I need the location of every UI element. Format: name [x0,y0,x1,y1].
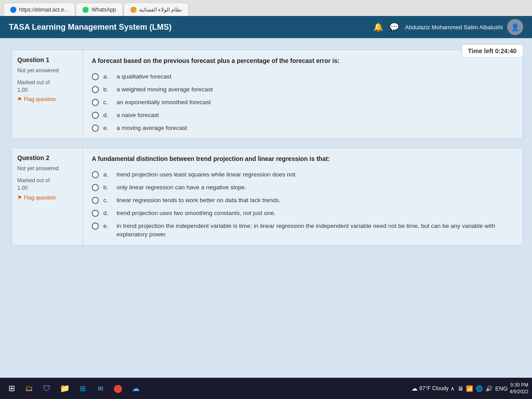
q2-option-d-text: trend projection uses two smoothing cons… [117,209,276,218]
radio-q1-e[interactable] [92,125,99,132]
q2-option-e-text: in trend projection the independent vari… [117,222,514,239]
question-1-option-e[interactable]: e. a moving average forecast [92,124,514,133]
questions-container: Question 1 Not yet answered Marked out o… [12,50,523,246]
question-1-option-d[interactable]: d. a naive forecast [92,111,514,120]
taskbar-mail-app[interactable]: ✉ [92,380,108,396]
radio-q1-b[interactable] [92,86,99,93]
tray-lang[interactable]: ENG [495,385,508,392]
radio-q2-a[interactable] [92,171,99,178]
question-1-option-c[interactable]: c. an exponentially smoothed forecast [92,98,514,107]
question-2-marked-value: 1.00 [17,185,27,191]
option-a-text: a qualitative forecast [117,73,172,81]
taskbar-cloud[interactable]: ☁ [128,380,144,396]
question-1-sidebar: Question 1 Not yet answered Marked out o… [12,50,83,138]
q2-option-d-label: d. [103,209,112,218]
weather-display: ☁ 87°F Cloudy [411,385,449,392]
radio-q1-d[interactable] [92,112,99,119]
chat-icon[interactable]: 💬 [389,22,399,32]
option-b-label: b. [103,86,112,94]
question-1-flag[interactable]: ⚑ Flag question [17,96,77,102]
start-button[interactable]: ⊞ [4,380,20,396]
taskbar-folder-app[interactable]: 📁 [57,380,73,396]
question-1-number: Question 1 [17,56,77,63]
question-2-option-d[interactable]: d. trend projection uses two smoothing c… [92,209,514,218]
tray-network[interactable]: 📶 [466,385,473,392]
taskbar-shield-app[interactable]: 🛡 [39,380,55,396]
radio-q1-a[interactable] [92,73,99,80]
q2-option-a-text: trend projection uses least squares whil… [117,171,297,179]
etimad-tab-icon [10,7,16,13]
radio-q2-c[interactable] [92,197,99,204]
question-2-text: A fundamental distinction between trend … [92,154,514,164]
taskbar: ⊞ 🗂 🛡 📁 ⊞ ✉ ⬤ ☁ ☁ 87°F Cloudy ∧ 🖥 📶 🌐 🔊 … [0,378,532,399]
q2-option-c-label: c. [103,196,112,205]
tab-whatsapp[interactable]: WhatsApp [76,3,122,16]
question-2-status: Not yet answered [17,165,77,172]
app-header: TASA Learning Management System (LMS) 🔔 … [0,16,532,38]
radio-q2-d[interactable] [92,210,99,217]
question-2-option-c[interactable]: c. linear regression tends to work bette… [92,196,514,205]
app-title: TASA Learning Management System (LMS) [9,23,172,32]
timer-label: Time left 0:24:40 [468,47,516,55]
question-1-option-a[interactable]: a. a qualitative forecast [92,73,514,81]
question-1-marked-value: 1.00 [17,87,27,93]
arabic-tab-icon [130,7,137,13]
taskbar-datetime[interactable]: 9:30 PM 4/9/2022 [509,382,528,395]
flag-icon-2: ⚑ [17,195,22,201]
weather-text: 87°F Cloudy [419,385,449,391]
bell-icon[interactable]: 🔔 [373,22,383,32]
tray-volume[interactable]: 🔊 [485,385,493,392]
tab-whatsapp-label: WhatsApp [91,7,116,13]
option-e-text: a moving average forecast [117,124,187,133]
option-b-text: a weighted moving average forecast [117,86,213,94]
user-avatar: 👤 [507,19,523,35]
radio-q2-b[interactable] [92,184,99,191]
question-2-options: a. trend projection uses least squares w… [92,171,514,239]
tray-wifi[interactable]: 🌐 [476,385,483,392]
tab-arabic[interactable]: نظام الولاء القضائية [124,3,189,16]
question-block-1: Question 1 Not yet answered Marked out o… [12,50,523,139]
question-2-flag[interactable]: ⚑ Flag question [17,195,77,201]
question-2-option-a[interactable]: a. trend projection uses least squares w… [92,171,514,179]
tab-etimad[interactable]: https://etimad.act.e... [4,3,75,16]
timer-box: Time left 0:24:40 [462,44,523,58]
tray-chevron[interactable]: ∧ [450,385,455,392]
question-1-marked-out: Marked out of 1.00 [17,79,77,94]
header-right: 🔔 💬 Abdulaziz Mohammed Salim Albalushi 👤 [373,19,523,35]
tray-notification[interactable]: 🖥 [458,385,463,392]
question-1-options: a. a qualitative forecast b. a weighted … [92,73,514,132]
question-1-body: A forecast based on the previous forecas… [83,50,523,138]
question-2-sidebar: Question 2 Not yet answered Marked out o… [12,148,83,245]
user-info: Abdulaziz Mohammed Salim Albalushi 👤 [405,19,523,35]
question-1-flag-label: Flag question [24,96,56,102]
browser-tabs: https://etimad.act.e... WhatsApp نظام ال… [0,0,532,16]
option-c-label: c. [103,98,112,107]
flag-icon-1: ⚑ [17,96,22,102]
taskbar-grid-app[interactable]: ⊞ [74,380,90,396]
q2-option-c-text: linear regression tends to work better o… [117,196,281,205]
question-2-option-b[interactable]: b. only linear regression can have a neg… [92,184,514,192]
question-2-number: Question 2 [17,154,77,161]
option-e-label: e. [103,124,112,133]
radio-q2-e[interactable] [92,223,99,230]
question-2-flag-label: Flag question [24,195,56,201]
question-2-status-text: Not yet answered [17,165,59,172]
question-2-option-e[interactable]: e. in trend projection the independent v… [92,222,514,239]
question-block-2: Question 2 Not yet answered Marked out o… [12,148,523,245]
option-c-text: an exponentially smoothed forecast [117,98,211,107]
tab-arabic-label: نظام الولاء القضائية [139,7,182,13]
question-1-option-b[interactable]: b. a weighted moving average forecast [92,86,514,94]
taskbar-file-explorer[interactable]: 🗂 [21,380,37,396]
question-1-status-text: Not yet answered [17,67,59,74]
option-d-text: a naive forecast [117,111,159,120]
taskbar-date: 4/9/2022 [509,388,528,395]
question-2-marked-out: Marked out of 1.00 [17,177,77,192]
user-name: Abdulaziz Mohammed Salim Albalushi [405,24,503,31]
tab-etimad-label: https://etimad.act.e... [19,7,68,13]
taskbar-chrome[interactable]: ⬤ [110,380,126,396]
main-content: Time left 0:24:40 Question 1 Not yet ans… [0,38,532,378]
system-tray: ∧ 🖥 📶 🌐 🔊 ENG [450,385,508,392]
question-1-text: A forecast based on the previous forecas… [92,56,514,66]
radio-q1-c[interactable] [92,99,99,106]
taskbar-time: 9:30 PM [509,382,528,388]
